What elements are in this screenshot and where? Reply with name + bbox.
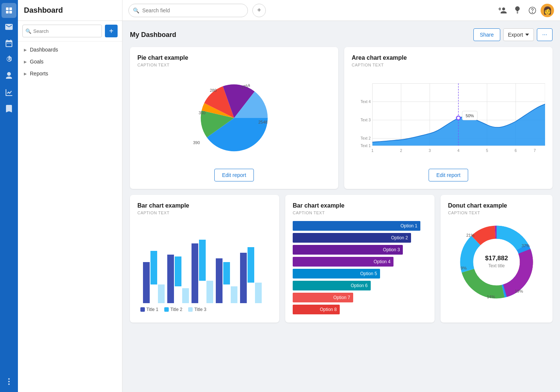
hbar-item-1: Option 1 [293,221,427,231]
bar-chart-caption: CAPTION TEXT [137,211,272,215]
dashboard-header: My Dashboard Share Export ··· [130,28,553,41]
donut-chart-svg: $17,882 Text title 37% 19% 14% 9% 21% [455,221,538,303]
bar-chart-area [137,221,272,303]
dashboard-actions: Share Export ··· [473,28,553,41]
nav-item-dashboards-label: Dashboards [30,47,58,53]
hbar-bar-3: Option 3 [293,245,403,255]
svg-text:$17,882: $17,882 [485,255,508,262]
nav-search-icon: 🔍 [25,28,31,34]
nav-item-reports[interactable]: ▶ Reports [18,68,122,80]
hbar-item-8: Option 8 [293,305,427,314]
hbar-item-2: Option 2 [293,233,427,243]
nav-item-reports-label: Reports [30,71,48,77]
svg-rect-45 [167,255,174,303]
area-chart-area: Text 1 Text 2 Text 3 Text 4 1 2 3 4 5 6 … [352,73,545,163]
dashboard-title: My Dashboard [130,31,473,39]
svg-text:9%: 9% [461,266,467,270]
sidebar-icon-bookmark[interactable] [1,102,16,116]
app-title: Dashboard [24,6,116,15]
legend-color-1 [140,307,145,312]
sidebar-icon-more[interactable] [1,374,16,389]
nav-search-area: 🔍 + [18,21,122,41]
nav-item-goals-label: Goals [30,59,44,65]
svg-text:Text 3: Text 3 [361,118,371,122]
sidebar-icon-dollar[interactable] [1,52,16,67]
avatar[interactable]: 👩 [541,4,554,17]
svg-text:7: 7 [533,149,536,153]
legend-label-3: Title 3 [194,307,206,312]
pie-chart-title: Pie chart example [137,55,331,61]
sidebar-icon-chart[interactable] [1,85,16,100]
hbar-label-4: Option 4 [374,259,391,264]
nav-search-wrap: 🔍 [22,25,102,37]
legend-color-3 [188,307,193,312]
svg-rect-49 [199,240,206,281]
svg-rect-48 [192,243,198,303]
hbar-item-7: Option 7 [293,293,427,302]
sidebar-icon-grid[interactable] [1,3,16,18]
svg-text:280: 280 [210,88,217,93]
hbar-label-8: Option 8 [320,307,337,312]
svg-text:2548: 2548 [258,120,267,124]
hbar-label-7: Option 7 [333,295,350,300]
nav-item-dashboards[interactable]: ▶ Dashboards [18,44,122,56]
hbar-item-6: Option 6 [293,281,427,290]
legend-label-1: Title 1 [146,307,158,312]
legend-item-3: Title 3 [188,307,206,312]
header-search-input[interactable] [128,4,248,17]
svg-rect-51 [216,258,223,303]
export-button[interactable]: Export [503,28,534,41]
svg-point-39 [457,116,460,119]
bar-chart-card: Bar chart example CAPTION TEXT [130,195,279,323]
sidebar-icon-person[interactable] [1,69,16,84]
pie-chart-caption: CAPTION TEXT [137,63,331,67]
hbar-bar-7: Option 7 [293,293,353,302]
share-button[interactable]: Share [473,28,500,41]
svg-text:1: 1 [371,149,374,153]
pie-chart-area: 2548 390 350 280 1764 [137,73,331,163]
sidebar-icon-calendar[interactable] [1,36,16,51]
svg-text:4: 4 [457,149,460,153]
nav-search-input[interactable] [22,25,102,37]
left-nav-panel: Dashboard 🔍 + ▶ Dashboards ▶ Goals ▶ Rep… [18,0,122,392]
svg-rect-1 [9,7,12,10]
hbar-label-3: Option 3 [383,247,400,252]
svg-point-5 [8,381,10,382]
hbar-label-6: Option 6 [351,283,367,288]
svg-text:14%: 14% [487,295,495,299]
chevron-right-icon: ▶ [24,72,27,76]
sidebar-icon-mail[interactable] [1,19,16,34]
nav-section: ▶ Dashboards ▶ Goals ▶ Reports [18,41,122,82]
nav-item-goals[interactable]: ▶ Goals [18,56,122,68]
sidebar-icon-strip [0,0,18,392]
svg-rect-46 [175,256,181,286]
header-icons-right: 👩 [496,4,554,17]
hbar-bar-4: Option 4 [293,257,393,267]
svg-text:Text 2: Text 2 [361,136,371,140]
svg-rect-47 [182,288,189,303]
lightbulb-button[interactable] [511,4,524,17]
area-edit-report-button[interactable]: Edit report [429,169,469,181]
hbar-label-5: Option 5 [360,271,377,276]
svg-text:Text 1: Text 1 [361,144,371,148]
svg-point-8 [532,12,533,13]
svg-text:37%: 37% [522,243,530,248]
nav-add-button[interactable]: + [105,25,118,37]
hbar-chart-area: Option 1 Option 2 Option 3 Option 4 Opti… [293,221,427,314]
left-nav-header: Dashboard [18,0,122,21]
svg-rect-52 [223,262,230,284]
bar-legend: Title 1 Title 2 Title 3 [137,307,272,315]
chevron-right-icon: ▶ [24,48,27,52]
header-add-button[interactable]: + [252,4,266,17]
help-button[interactable] [526,4,539,17]
invite-users-button[interactable] [496,4,509,17]
pie-edit-report-button[interactable]: Edit report [214,169,254,181]
donut-chart-caption: CAPTION TEXT [448,211,545,215]
hbar-bar-8: Option 8 [293,305,340,314]
svg-text:350: 350 [199,111,205,115]
hbar-chart-card: Bar chart example CAPTION TEXT Option 1 … [285,195,435,323]
charts-row-2: Bar chart example CAPTION TEXT [130,195,553,323]
more-options-button[interactable]: ··· [537,28,553,41]
svg-rect-54 [240,253,247,303]
header-search: 🔍 [128,4,248,17]
